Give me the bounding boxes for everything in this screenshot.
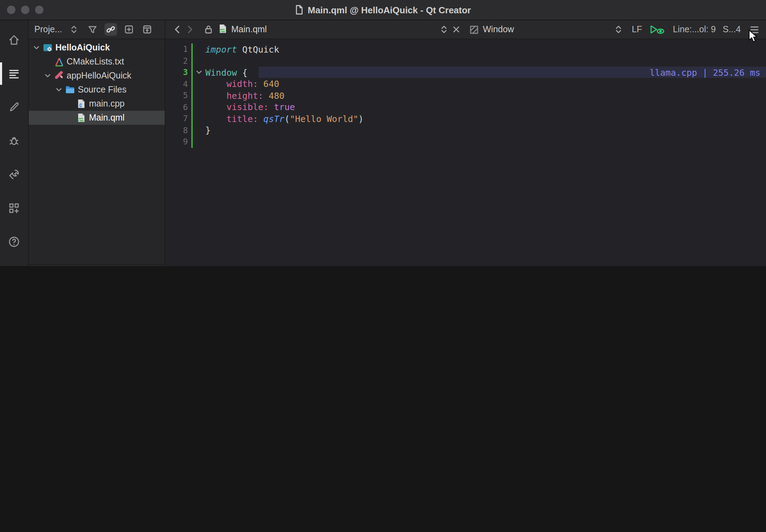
- code-line-7[interactable]: 7 title: qsTr("Hello World"): [165, 113, 766, 124]
- filter-icon[interactable]: [86, 23, 98, 36]
- open-documents-pane-header: Open Docume...: [29, 264, 165, 266]
- cmake-icon: [53, 57, 65, 66]
- editor-toolbar: qml Main.qml Window: [165, 20, 766, 39]
- projects-pane-header: Proje...: [29, 20, 165, 39]
- open-file-dropdown[interactable]: qml Main.qml: [219, 23, 450, 36]
- current-symbol-name: Window: [483, 25, 514, 34]
- bug-icon: [8, 135, 20, 147]
- annotation-text: llama.cpp | 255.26 ms: [650, 67, 760, 78]
- vcs-change-bar: [191, 55, 193, 67]
- mode-edit-button[interactable]: [0, 60, 28, 88]
- vcs-change-bar: [191, 113, 193, 124]
- home-icon: [8, 34, 20, 46]
- chevron-down-icon[interactable]: [32, 45, 41, 50]
- tree-item-label: appHelloAiQuick: [67, 71, 131, 81]
- code-line-1[interactable]: 1 import QtQuick: [165, 43, 766, 55]
- code-line-6[interactable]: 6 visible: true: [165, 101, 766, 113]
- minimize-window-button[interactable]: [21, 6, 29, 14]
- editor-area: qml Main.qml Window: [165, 20, 766, 266]
- mode-welcome-button[interactable]: [0, 26, 28, 54]
- zoom-window-button[interactable]: [35, 6, 43, 14]
- tree-item-project-root[interactable]: HelloAiQuick: [29, 41, 165, 55]
- window-element-icon: [470, 25, 479, 34]
- sync-link-icon[interactable]: [104, 23, 117, 36]
- tree-item-cmakelists[interactable]: CMakeLists.txt: [29, 55, 165, 69]
- line-number: 1: [165, 45, 188, 54]
- code-line-9[interactable]: 9: [165, 136, 766, 148]
- vcs-change-bar: [191, 78, 193, 90]
- back-arrow-icon[interactable]: [171, 23, 184, 36]
- cursor-position-indicator: Line:...ol: 9: [673, 25, 716, 34]
- tree-item-main-cpp[interactable]: C+ main.cpp: [29, 97, 165, 111]
- mode-extensions-button[interactable]: [0, 194, 28, 222]
- traffic-lights: [0, 6, 43, 14]
- tree-item-source-files[interactable]: Source Files: [29, 83, 165, 97]
- folder-icon: [64, 86, 76, 94]
- qml-file-icon: qml: [219, 23, 227, 35]
- split-plus-icon[interactable]: [122, 23, 135, 36]
- inline-annotation: llama.cpp | 255.26 ms: [259, 67, 766, 78]
- tree-item-label: main.cpp: [89, 99, 124, 109]
- window-title: Main.qml @ HelloAiQuick - Qt Creator: [308, 5, 471, 15]
- tree-item-app-target[interactable]: appHelloAiQuick: [29, 69, 165, 83]
- chevron-down-icon[interactable]: [43, 73, 53, 79]
- current-file-name: Main.qml: [231, 25, 267, 34]
- mouse-cursor: [748, 29, 758, 46]
- combo-arrows-icon[interactable]: [612, 23, 625, 36]
- fold-chevron-icon[interactable]: [194, 70, 204, 75]
- chevron-down-icon[interactable]: [54, 87, 64, 93]
- code-line-8[interactable]: 8 }: [165, 124, 766, 136]
- line-number: 9: [165, 137, 188, 147]
- tree-item-label: Main.qml: [89, 113, 124, 123]
- vcs-change-bar: [191, 90, 193, 101]
- line-number: 7: [165, 114, 188, 124]
- code-line-2[interactable]: 2: [165, 55, 766, 67]
- line-number: 8: [165, 125, 188, 135]
- forward-arrow-icon[interactable]: [184, 23, 196, 36]
- code-line-3[interactable]: 3 Window { llama.cpp | 255.26 ms: [165, 67, 766, 78]
- app-target-icon: [53, 71, 65, 81]
- project-tree: HelloAiQuick CMakeLists.txt appHelloAiQu…: [29, 39, 165, 264]
- qml-file-icon: qml: [75, 113, 88, 123]
- svg-text:qml: qml: [220, 28, 225, 32]
- vcs-change-bar: [191, 101, 193, 113]
- line-ending-indicator[interactable]: LF: [632, 25, 642, 34]
- code-line-5[interactable]: 5 height: 480: [165, 90, 766, 101]
- svg-text:qml: qml: [78, 118, 84, 121]
- edit-lines-icon: [8, 67, 20, 80]
- code-line-4[interactable]: 4 width: 640: [165, 78, 766, 90]
- tree-item-label: HelloAiQuick: [55, 43, 110, 53]
- vcs-change-bar: [191, 136, 193, 148]
- pencil-icon: [8, 101, 20, 114]
- vcs-change-bar: [191, 67, 193, 78]
- svg-text:C+: C+: [78, 103, 83, 107]
- line-number: 6: [165, 102, 188, 112]
- help-icon: [8, 236, 20, 248]
- line-number: 3: [165, 68, 188, 77]
- close-window-button[interactable]: [7, 6, 15, 14]
- mode-analyze-button[interactable]: [0, 161, 28, 189]
- code-editor[interactable]: 1 import QtQuick 2 3: [165, 39, 766, 266]
- close-split-icon[interactable]: [141, 23, 153, 36]
- tree-item-main-qml[interactable]: qml Main.qml: [29, 111, 165, 125]
- lock-icon[interactable]: [202, 23, 214, 36]
- symbol-dropdown[interactable]: Window: [470, 23, 625, 36]
- qml-preview-icon[interactable]: [649, 23, 666, 36]
- combo-arrows-icon[interactable]: [437, 23, 450, 36]
- mode-design-button[interactable]: [0, 93, 28, 121]
- document-icon: [295, 5, 303, 15]
- combo-arrows-icon[interactable]: [68, 23, 80, 36]
- mode-sidebar: [0, 20, 29, 266]
- mode-help-button[interactable]: [0, 228, 28, 256]
- navigation-sidebar: Proje... HelloAiQuick: [29, 20, 165, 266]
- projects-pane-title[interactable]: Proje...: [34, 25, 62, 34]
- line-number: 2: [165, 56, 188, 66]
- mode-debug-button[interactable]: [0, 127, 28, 155]
- cpp-file-icon: C+: [75, 99, 88, 109]
- tree-item-label: CMakeLists.txt: [67, 57, 124, 67]
- close-document-button[interactable]: [450, 23, 463, 36]
- extensions-icon: [8, 202, 20, 214]
- line-number: 5: [165, 91, 188, 101]
- vcs-change-bar: [191, 43, 193, 55]
- titlebar: Main.qml @ HelloAiQuick - Qt Creator: [0, 0, 766, 20]
